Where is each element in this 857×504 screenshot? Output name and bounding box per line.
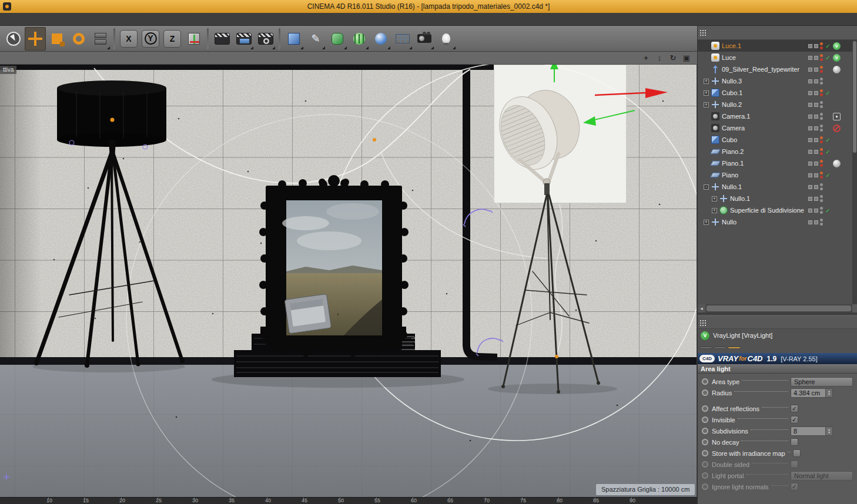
expand-toggle-icon[interactable]: -	[704, 184, 709, 190]
attribute-tab[interactable]	[728, 347, 741, 349]
layer-square-icon[interactable]	[808, 209, 812, 213]
object-row[interactable]: Piano ✓	[698, 169, 852, 181]
section-header[interactable]: Area light	[698, 364, 857, 374]
expand-toggle-icon[interactable]: +	[704, 79, 709, 84]
camera-objects-button[interactable]	[414, 27, 435, 51]
object-type-icon[interactable]	[711, 100, 719, 109]
param-dropdown[interactable]: Sphere	[791, 377, 853, 387]
layer-square-icon[interactable]	[808, 68, 812, 72]
object-name[interactable]: Luce.1	[722, 42, 741, 49]
keyframe-circle-icon[interactable]	[702, 405, 708, 412]
param-checkbox[interactable]	[793, 449, 801, 457]
layer-square-icon[interactable]	[814, 44, 818, 48]
object-row[interactable]: + Nullo.2 ✓	[698, 99, 852, 110]
target-tag-icon[interactable]	[833, 113, 841, 120]
object-type-icon[interactable]	[711, 42, 719, 50]
object-type-icon[interactable]	[711, 136, 719, 144]
spinner-arrows-icon[interactable]: ▴▾	[826, 426, 833, 436]
object-type-icon[interactable]	[711, 124, 719, 132]
object-name[interactable]: Camera.1	[722, 113, 750, 120]
gps-device[interactable]	[284, 294, 331, 333]
object-row[interactable]: Piano.1 ✓	[698, 157, 852, 169]
enabled-check-icon[interactable]: ✓	[825, 90, 831, 96]
object-row[interactable]: Piano.2 ✓	[698, 146, 852, 157]
render-picture-viewer-button[interactable]	[233, 27, 255, 51]
object-row[interactable]: Camera ✓	[698, 122, 852, 134]
object-row[interactable]: + Nullo.1 ✓	[698, 193, 852, 204]
object-type-icon[interactable]	[710, 149, 721, 154]
object-name[interactable]: Camera	[722, 125, 745, 132]
live-selection-tool[interactable]	[3, 27, 24, 51]
light-objects-button[interactable]	[436, 27, 457, 51]
layer-square-icon[interactable]	[808, 44, 812, 48]
object-name[interactable]: Nullo.2	[722, 101, 742, 108]
object-name[interactable]: Cubo.1	[722, 89, 742, 96]
layer-square-icon[interactable]	[808, 173, 812, 177]
maximize-view-icon[interactable]: ▣	[682, 53, 691, 63]
param-checkbox[interactable]	[791, 461, 798, 468]
keyframe-circle-icon[interactable]	[702, 461, 708, 468]
keyframe-circle-icon[interactable]	[702, 416, 708, 423]
layer-square-icon[interactable]	[814, 220, 818, 224]
enabled-check-icon[interactable]: ✓	[825, 149, 831, 155]
param-dropdown[interactable]: Normal light	[791, 471, 853, 481]
expand-toggle-icon[interactable]: +	[712, 208, 717, 213]
param-number-field[interactable]: 8	[791, 426, 826, 436]
object-row[interactable]: Cubo ✓	[698, 134, 852, 146]
object-type-icon[interactable]	[719, 194, 728, 203]
expand-toggle-icon[interactable]: +	[704, 102, 709, 107]
layer-square-icon[interactable]	[814, 197, 818, 201]
object-list-hscrollbar[interactable]: ◂	[698, 304, 852, 313]
layer-square-icon[interactable]	[808, 138, 812, 142]
panel-grip-icon[interactable]	[699, 320, 707, 327]
enabled-check-icon[interactable]: ✓	[825, 137, 831, 143]
keyframe-circle-icon[interactable]	[702, 472, 708, 479]
layer-square-icon[interactable]	[808, 91, 812, 95]
visibility-dots[interactable]	[820, 195, 823, 202]
add-primitive-button[interactable]	[283, 27, 304, 51]
layer-square-icon[interactable]	[808, 162, 812, 166]
lock-z-axis-button[interactable]: Z	[162, 27, 183, 51]
generators-button[interactable]	[327, 27, 348, 51]
param-checkbox[interactable]: ✓	[791, 405, 798, 412]
layer-square-icon[interactable]	[814, 91, 818, 95]
layer-square-icon[interactable]	[808, 197, 812, 201]
hscroll-thumb[interactable]	[707, 305, 851, 311]
object-row[interactable]: - Nullo.1 ✓	[698, 181, 852, 193]
object-type-icon[interactable]	[711, 77, 719, 85]
object-row[interactable]: Luce ✓ V	[698, 52, 852, 63]
object-row[interactable]: Luce.1 ✓ V	[698, 40, 852, 52]
visibility-dots[interactable]	[820, 54, 823, 61]
layer-square-icon[interactable]	[814, 126, 818, 130]
pan-view-icon[interactable]: +	[641, 53, 651, 63]
last-used-tools[interactable]	[90, 27, 111, 51]
object-row[interactable]: Camera.1 ✓	[698, 110, 852, 122]
layer-square-icon[interactable]	[808, 79, 812, 83]
scene-objects-button[interactable]	[392, 27, 413, 51]
texture-tag-icon[interactable]	[833, 160, 841, 167]
enabled-check-icon[interactable]: ✓	[825, 55, 831, 61]
scroll-left-icon[interactable]: ◂	[698, 304, 705, 313]
object-type-icon[interactable]	[711, 53, 719, 62]
object-name[interactable]: Nullo.3	[722, 78, 742, 85]
object-type-icon[interactable]	[711, 89, 719, 97]
visibility-dots[interactable]	[820, 42, 823, 49]
object-list-vscrollbar[interactable]	[852, 40, 857, 304]
layer-square-icon[interactable]	[808, 126, 812, 130]
object-row[interactable]: + Nullo.3 ✓	[698, 75, 852, 87]
visibility-dots[interactable]	[820, 207, 823, 214]
expand-toggle-icon[interactable]: +	[704, 90, 709, 96]
layer-square-icon[interactable]	[808, 185, 812, 189]
param-checkbox[interactable]	[791, 438, 798, 446]
object-name[interactable]: Cubo	[722, 136, 737, 143]
rotate-tool[interactable]	[68, 27, 89, 51]
object-type-icon[interactable]	[710, 173, 721, 177]
object-type-icon[interactable]	[711, 65, 719, 73]
enabled-check-icon[interactable]: ✓	[825, 43, 831, 49]
keyframe-circle-icon[interactable]	[702, 378, 708, 385]
object-row[interactable]: + Nullo ✓	[698, 216, 852, 228]
layer-square-icon[interactable]	[808, 103, 812, 107]
spline-pen-button[interactable]: ✎	[305, 27, 326, 51]
keyframe-circle-icon[interactable]	[702, 428, 708, 434]
visibility-dots[interactable]	[820, 66, 823, 73]
